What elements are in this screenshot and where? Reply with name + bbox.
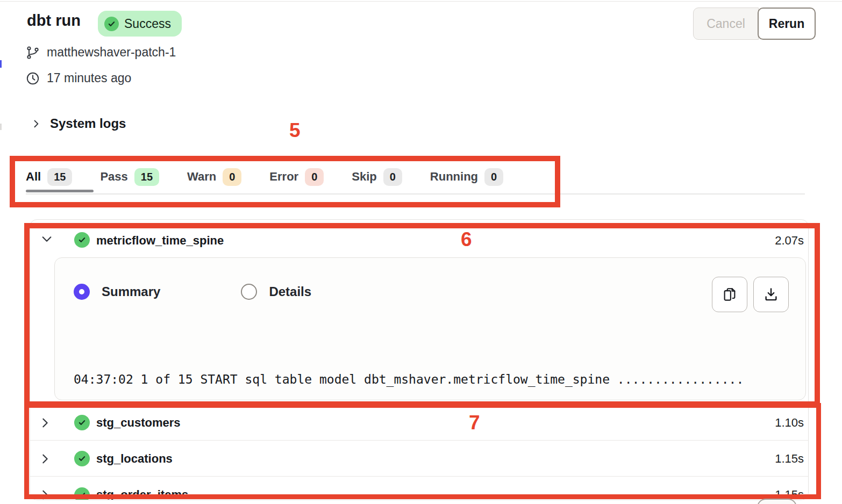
log-panel: Summary Details bbox=[54, 257, 806, 400]
tabbar-divider bbox=[26, 193, 805, 195]
tab-running[interactable]: Running 0 bbox=[430, 168, 503, 186]
model-duration: 1.15s bbox=[775, 452, 808, 466]
branch-row: matthewshaver-patch-1 bbox=[26, 45, 176, 60]
pass-check-icon bbox=[74, 415, 90, 430]
status-badge-label: Success bbox=[124, 17, 171, 31]
result-row-stg-customers[interactable]: stg_customers 1.10s bbox=[30, 405, 808, 441]
results-card: metricflow_time_spine 2.07s Summary Deta… bbox=[30, 219, 809, 500]
dbt-run-page: dbt run Success matthewshaver-patch-1 17… bbox=[0, 0, 842, 504]
rerun-button[interactable]: Rerun bbox=[758, 8, 816, 40]
left-edge-cursor-artifact bbox=[0, 60, 2, 68]
tab-skip-count: 0 bbox=[383, 168, 402, 186]
tab-skip[interactable]: Skip 0 bbox=[352, 168, 402, 186]
chevron-right-icon[interactable] bbox=[41, 489, 54, 500]
chevron-right-icon bbox=[31, 117, 41, 131]
tab-warn[interactable]: Warn 0 bbox=[187, 168, 241, 186]
download-logs-button[interactable] bbox=[753, 277, 789, 312]
active-tab-underline bbox=[26, 190, 94, 192]
model-name: stg_locations bbox=[96, 452, 173, 466]
time-row: 17 minutes ago bbox=[26, 71, 131, 85]
download-icon bbox=[763, 286, 779, 303]
tab-running-count: 0 bbox=[484, 168, 503, 186]
chevron-right-icon[interactable] bbox=[41, 417, 54, 429]
log-view-switch: Summary Details bbox=[74, 284, 311, 300]
tab-pass-count: 15 bbox=[134, 168, 159, 186]
copy-logs-button[interactable] bbox=[712, 277, 747, 312]
tab-error[interactable]: Error 0 bbox=[269, 168, 324, 186]
copy-icon bbox=[722, 286, 738, 303]
result-row-stg-locations[interactable]: stg_locations 1.15s bbox=[30, 441, 808, 477]
run-time-ago: 17 minutes ago bbox=[47, 71, 131, 85]
system-logs-label: System logs bbox=[50, 116, 126, 131]
success-check-icon bbox=[104, 17, 119, 31]
tab-all[interactable]: All 15 bbox=[26, 168, 72, 186]
log-line: 04:37:02 1 of 15 START sql table model d… bbox=[74, 371, 794, 388]
partial-bottom-button[interactable] bbox=[757, 499, 797, 504]
pass-check-icon bbox=[74, 232, 90, 248]
model-name: metricflow_time_spine bbox=[96, 234, 224, 248]
result-row-expanded[interactable]: metricflow_time_spine 2.07s bbox=[30, 220, 808, 253]
details-radio[interactable]: Details bbox=[241, 284, 311, 300]
pass-check-icon bbox=[74, 451, 90, 466]
annotation-number-7: 7 bbox=[469, 412, 480, 434]
annotation-number-5: 5 bbox=[289, 119, 301, 142]
result-row-stg-order-items[interactable]: stg_order_items 1.15s bbox=[30, 477, 808, 500]
chevron-right-icon[interactable] bbox=[41, 453, 54, 465]
top-divider bbox=[0, 1, 842, 2]
model-duration: 2.07s bbox=[775, 234, 804, 248]
tab-warn-count: 0 bbox=[223, 168, 241, 186]
model-duration: 1.10s bbox=[775, 416, 808, 430]
chevron-down-icon[interactable] bbox=[41, 235, 53, 243]
tab-pass[interactable]: Pass 15 bbox=[100, 168, 159, 186]
radio-selected-icon[interactable] bbox=[74, 284, 90, 300]
status-tabs: All 15 Pass 15 Warn 0 Error 0 Skip 0 Run… bbox=[26, 164, 503, 189]
summary-radio[interactable]: Summary bbox=[74, 284, 160, 300]
branch-name: matthewshaver-patch-1 bbox=[47, 45, 176, 60]
git-branch-icon bbox=[26, 46, 40, 60]
left-edge-artifact bbox=[0, 124, 2, 130]
model-name: stg_customers bbox=[96, 416, 181, 430]
annotation-number-6: 6 bbox=[461, 228, 472, 251]
page-title: dbt run bbox=[27, 12, 81, 30]
model-name: stg_order_items bbox=[96, 488, 188, 500]
status-badge: Success bbox=[98, 11, 182, 37]
pass-check-icon bbox=[74, 487, 90, 501]
cancel-button[interactable]: Cancel bbox=[693, 8, 759, 40]
tab-error-count: 0 bbox=[305, 168, 324, 186]
system-logs-toggle[interactable]: System logs bbox=[31, 116, 126, 131]
radio-unselected-icon[interactable] bbox=[241, 284, 257, 300]
tab-all-count: 15 bbox=[47, 168, 72, 186]
clock-icon bbox=[26, 71, 40, 85]
run-actions: Cancel Rerun bbox=[693, 8, 816, 40]
